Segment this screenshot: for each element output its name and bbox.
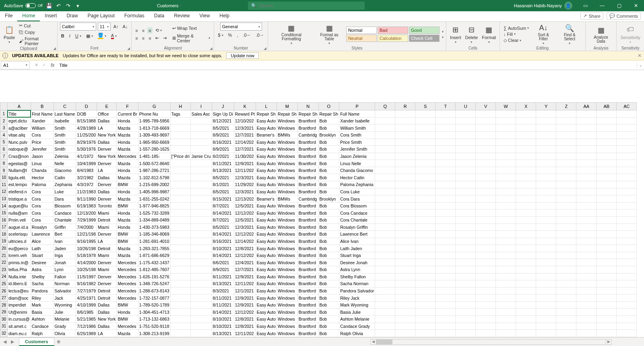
cell[interactable]: [436, 252, 456, 259]
cell[interactable]: [536, 117, 556, 124]
percent-icon[interactable]: %: [227, 32, 233, 38]
cell[interactable]: Riley: [31, 294, 54, 302]
cell[interactable]: 1-871-686-6629: [138, 252, 170, 259]
cell[interactable]: Brantford: [297, 301, 318, 309]
cell[interactable]: [415, 167, 436, 174]
cell[interactable]: [576, 146, 597, 153]
cell[interactable]: Laith: [31, 245, 54, 252]
cell[interactable]: [456, 209, 476, 217]
cell[interactable]: [576, 280, 597, 288]
cell[interactable]: [516, 316, 536, 323]
cell[interactable]: Windows: [277, 273, 298, 280]
add-sheet-icon[interactable]: ⊕: [54, 339, 63, 344]
cell[interactable]: [375, 139, 395, 146]
bold-button[interactable]: B: [60, 32, 66, 39]
table-row[interactable]: 28imperdietMarkWyoming4/10/1999DallasBMW…: [0, 301, 637, 309]
cell[interactable]: [375, 195, 395, 203]
cell[interactable]: Dallas: [97, 117, 117, 124]
cell[interactable]: [190, 266, 212, 273]
cell[interactable]: [496, 146, 516, 153]
cell[interactable]: [556, 153, 576, 160]
cell[interactable]: Easy Auto: [256, 266, 277, 273]
cell[interactable]: tellus.Pha: [8, 266, 31, 273]
cell[interactable]: [395, 259, 415, 266]
cell[interactable]: 1-308-213-9199: [138, 330, 170, 337]
cell[interactable]: 1-812-485-7607: [138, 266, 170, 273]
cell[interactable]: [436, 330, 456, 337]
table-row[interactable]: 14augue@luCoraBlossom6/19/1983TorontoBMW…: [0, 202, 637, 209]
cell[interactable]: [436, 238, 456, 245]
cell[interactable]: Cora Luke: [339, 188, 375, 195]
cell[interactable]: Easy Auto: [256, 188, 277, 195]
table-row[interactable]: 31sit.amet.cCandaceGrady7/12/1986DallasM…: [0, 323, 637, 330]
cell[interactable]: [375, 309, 395, 316]
cell[interactable]: [436, 153, 456, 160]
cell[interactable]: [516, 273, 536, 280]
cell[interactable]: Easy Auto: [256, 202, 277, 209]
cell[interactable]: LA: [97, 124, 117, 132]
cell[interactable]: 12/21/198: [76, 231, 97, 238]
cell[interactable]: 12/3/2021: [234, 124, 256, 132]
row-header[interactable]: 11: [0, 181, 8, 189]
row-header[interactable]: 26: [0, 287, 8, 294]
cell[interactable]: Windows: [277, 309, 298, 316]
cell[interactable]: [170, 294, 190, 302]
cell[interactable]: [190, 181, 212, 189]
cell[interactable]: [436, 231, 456, 238]
cell[interactable]: 8/16/2021: [212, 238, 234, 245]
cell[interactable]: [395, 139, 415, 146]
cell[interactable]: [476, 124, 496, 132]
cell[interactable]: Mark Wyoming: [339, 301, 375, 309]
cell[interactable]: Easy Auto: [256, 174, 277, 181]
cell[interactable]: 10/4/1999: [76, 160, 97, 167]
cell[interactable]: Smith: [54, 132, 76, 139]
cell[interactable]: 4/10/1999: [76, 301, 97, 309]
cell[interactable]: 9/16/1982: [76, 280, 97, 288]
font-size-combo[interactable]: 11▾: [98, 23, 111, 31]
cell[interactable]: [456, 309, 476, 316]
cell[interactable]: [476, 174, 496, 181]
cell[interactable]: Brantford: [297, 224, 318, 231]
cell[interactable]: 5/18/1978: [76, 252, 97, 259]
cell[interactable]: [395, 209, 415, 217]
cell[interactable]: [415, 238, 436, 245]
cell[interactable]: [597, 216, 617, 224]
merge-center-button[interactable]: ⊞Merge & Center▾: [171, 33, 212, 44]
row-header[interactable]: 29: [0, 309, 8, 316]
cell[interactable]: 6/25/1989: [76, 330, 97, 337]
cell[interactable]: [617, 117, 637, 124]
cell[interactable]: [415, 294, 436, 302]
cell[interactable]: Easy Auto: [256, 124, 277, 132]
tab-data[interactable]: Data: [149, 11, 169, 21]
cell[interactable]: [415, 216, 436, 224]
cell[interactable]: Salvador: [54, 287, 76, 294]
cell[interactable]: Repair Sh: [277, 110, 298, 118]
cell[interactable]: [536, 273, 556, 280]
cell[interactable]: eu@perco: [8, 245, 31, 252]
cell[interactable]: [576, 209, 597, 217]
cell[interactable]: [536, 301, 556, 309]
cell[interactable]: Toronto: [97, 202, 117, 209]
cell[interactable]: [597, 209, 617, 217]
decrease-decimal-icon[interactable]: .0→: [255, 32, 265, 38]
cell[interactable]: 12/8/2021: [234, 245, 256, 252]
cell[interactable]: [415, 153, 436, 160]
cell[interactable]: Windows: [277, 139, 298, 146]
cell[interactable]: lorem.veh: [8, 252, 31, 259]
cell[interactable]: 8/14/2021: [212, 209, 234, 217]
col-header[interactable]: D: [76, 103, 97, 110]
cell[interactable]: Windows: [277, 124, 298, 132]
cell[interactable]: [597, 110, 617, 118]
fill-button[interactable]: ↓Fill▾: [502, 31, 530, 37]
cell[interactable]: [395, 181, 415, 189]
cell[interactable]: [190, 273, 212, 280]
row-header[interactable]: 13: [0, 195, 8, 203]
cell[interactable]: Smith: [54, 146, 76, 153]
cell[interactable]: vitae.aliq: [8, 132, 31, 139]
cell[interactable]: [375, 124, 395, 132]
cell[interactable]: Chanda Giacomo: [339, 167, 375, 174]
cell[interactable]: [415, 202, 436, 209]
cell[interactable]: [556, 280, 576, 288]
cell[interactable]: [617, 216, 637, 224]
cell[interactable]: Easy Auto: [256, 139, 277, 146]
